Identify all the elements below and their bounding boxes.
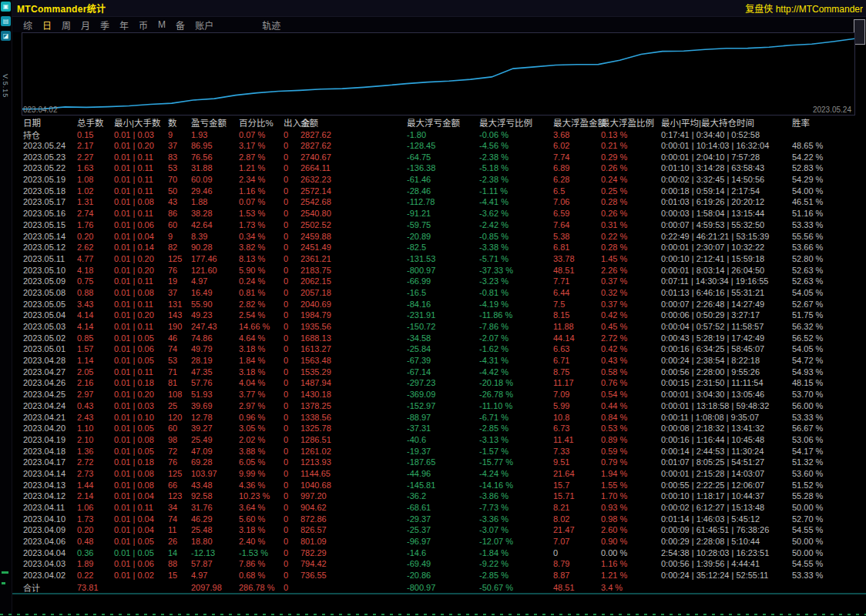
cell-flp: -4.41 %: [479, 197, 553, 206]
menu-item-M[interactable]: M: [158, 19, 166, 30]
cell-date: 2023.04.14: [23, 469, 77, 478]
cell-win: 51.16 %: [792, 209, 866, 218]
cell-flp: -4.31 %: [479, 356, 553, 365]
menu-item-季[interactable]: 季: [100, 18, 109, 32]
table-row[interactable]: 2023.04.192.100.01 | 0.089825.492.02 %01…: [23, 434, 866, 446]
cell-flp: -1.57 %: [479, 447, 553, 456]
cell-n: 37: [168, 141, 191, 150]
menu-item-综[interactable]: 综: [23, 18, 32, 32]
table-row[interactable]: 2023.04.201.100.01 | 0.056039.273.05 %01…: [23, 423, 866, 434]
cell-fp: 8.21: [553, 503, 601, 512]
cell-mm: 0.01 | 0.08: [114, 435, 168, 444]
table-row[interactable]: 2023.04.181.360.01 | 0.057247.093.88 %01…: [23, 445, 866, 457]
cell-bal: 794.42: [300, 559, 407, 568]
table-row[interactable]: 2023.05.221.630.01 | 0.115331.881.21 %02…: [23, 162, 866, 174]
table-row[interactable]: 2023.05.191.080.01 | 0.117060.092.34 %02…: [23, 174, 866, 186]
cell-pnl: 39.69: [191, 401, 239, 410]
table-row[interactable]: 2023.05.090.750.01 | 0.11194.970.24 %020…: [23, 276, 866, 287]
menu-item-月[interactable]: 月: [81, 18, 90, 32]
cell-mm: 0.01 | 0.18: [114, 457, 168, 467]
menu-item-周[interactable]: 周: [62, 18, 71, 32]
table-row[interactable]: 2023.04.281.140.01 | 0.055328.191.84 %01…: [23, 355, 866, 367]
table-row[interactable]: 2023.04.101.730.01 | 0.047446.295.60 %08…: [23, 513, 866, 524]
table-row[interactable]: 2023.05.020.850.01 | 0.054674.864.64 %01…: [23, 332, 866, 343]
table-row[interactable]: 2023.04.272.050.01 | 0.117147.353.18 %01…: [23, 366, 866, 377]
cell-lots: 2.10: [77, 435, 114, 444]
table-row[interactable]: 持仓0.150.01 | 0.0391.930.07 %02827.62-1.8…: [23, 129, 866, 140]
table-row[interactable]: 2023.04.031.890.01 | 0.068857.877.86 %07…: [23, 558, 866, 570]
cell-n: 76: [168, 457, 191, 467]
cell-io: 0: [284, 356, 300, 365]
cell-pnl: 49.23: [191, 310, 239, 320]
window-icon[interactable]: ▣: [1, 2, 11, 12]
menu-item-币[interactable]: 币: [139, 18, 148, 32]
cell-date: 2023.04.02: [23, 571, 77, 580]
cell-lots: 73.81: [77, 583, 114, 592]
table-row[interactable]: 2023.05.114.770.01 | 0.20125177.468.13 %…: [23, 253, 866, 265]
column-header: 出入金: [284, 116, 300, 129]
cell-bal: 1563.48: [300, 356, 407, 365]
cell-t: 0:00:16 | 1:16:44 | 10:45:48: [661, 435, 792, 444]
table-row[interactable]: 2023.04.252.970.01 | 0.2010851.933.77 %0…: [23, 389, 866, 400]
table-row[interactable]: 2023.04.111.060.01 | 0.113431.763.64 %09…: [23, 502, 866, 514]
table-total-row[interactable]: 合计73.812097.98286.78 %0-800.97-50.67 %48…: [23, 581, 866, 593]
menu-item-轨迹[interactable]: 轨迹: [262, 18, 280, 32]
cell-pct: 0.81 %: [239, 288, 284, 297]
cell-flp: -4.56 %: [479, 141, 553, 150]
table-row[interactable]: 2023.04.240.430.01 | 0.032539.692.97 %01…: [23, 400, 866, 412]
menu-bar: 综日周月季年币M备账户轨迹: [12, 17, 866, 32]
table-row[interactable]: 2023.05.011.570.01 | 0.067449.793.18 %01…: [23, 343, 866, 355]
cell-win: 55.28 %: [792, 491, 866, 500]
cell-t: 0:01:10 | 3:14:28 | 63:58:43: [661, 163, 792, 172]
cell-win: 50.00 %: [792, 537, 866, 546]
cell-n: 34: [168, 503, 191, 512]
table-row[interactable]: 2023.05.232.270.01 | 0.118376.562.87 %02…: [23, 151, 866, 162]
cell-flp: -2.85 %: [479, 424, 553, 433]
cell-fp: 8.15: [553, 310, 601, 320]
chart-icon[interactable]: ▤: [1, 16, 11, 26]
menu-item-年[interactable]: 年: [119, 18, 129, 32]
table-row[interactable]: 2023.04.262.160.01 | 0.188157.764.04 %01…: [23, 377, 866, 389]
scrollbar-thumb[interactable]: [854, 19, 865, 45]
table-row[interactable]: 2023.05.104.180.01 | 0.2076121.605.90 %0…: [23, 264, 866, 276]
cell-lots: 1.14: [77, 356, 114, 365]
table-row[interactable]: 2023.04.090.200.01 | 0.041125.483.18 %08…: [23, 524, 866, 536]
table-row[interactable]: 2023.05.053.430.01 | 0.1113155.902.82 %0…: [23, 298, 866, 310]
table-row[interactable]: 2023.05.181.020.01 | 0.115029.461.16 %02…: [23, 185, 866, 196]
table-row[interactable]: 2023.04.060.480.01 | 0.052618.802.40 %08…: [23, 536, 866, 547]
cell-mm: 0.01 | 0.04: [114, 491, 168, 500]
brand-url[interactable]: 复盘侠 http://MTCommander: [745, 2, 863, 15]
table-row[interactable]: 2023.05.151.760.01 | 0.066042.641.73 %02…: [23, 219, 866, 231]
table-row[interactable]: 2023.05.171.310.01 | 0.08431.880.07 %025…: [23, 196, 866, 208]
cell-pnl: 1.88: [191, 197, 239, 206]
table-row[interactable]: 2023.05.034.140.01 | 0.11190247.4314.66 …: [23, 321, 866, 333]
cell-t: 0:00:01 | 3:04:30 | 13:05:46: [661, 390, 792, 399]
table-row[interactable]: 2023.04.172.720.01 | 0.187669.286.05 %01…: [23, 457, 866, 468]
cell-bal: 801.09: [300, 537, 407, 546]
menu-item-日[interactable]: 日: [42, 18, 52, 32]
table-row[interactable]: 2023.05.122.620.01 | 0.148290.283.82 %02…: [23, 242, 866, 253]
cell-fpp: 1.21 %: [601, 571, 661, 580]
table-row[interactable]: 2023.04.131.440.01 | 0.086643.484.36 %01…: [23, 479, 866, 490]
table-row[interactable]: 2023.05.080.880.01 | 0.083716.490.81 %02…: [23, 287, 866, 299]
cell-fp: 7.5: [553, 300, 601, 309]
table-row[interactable]: 2023.05.242.170.01 | 0.203786.953.17 %02…: [23, 140, 866, 152]
table-row[interactable]: 2023.04.212.430.01 | 0.1012012.780.96 %0…: [23, 411, 866, 423]
table-row[interactable]: 2023.04.142.730.01 | 0.08125103.979.99 %…: [23, 468, 866, 480]
cell-pnl: 28.19: [191, 356, 239, 365]
menu-item-账户[interactable]: 账户: [195, 18, 213, 32]
cell-pct: 5.90 %: [239, 266, 284, 275]
table-row[interactable]: 2023.05.140.200.01 | 0.0498.390.34 %0245…: [23, 230, 866, 242]
layers-icon[interactable]: ◪: [1, 31, 11, 41]
table-row[interactable]: 2023.04.122.140.01 | 0.0412392.5810.23 %…: [23, 490, 866, 502]
table-row[interactable]: 2023.04.020.220.01 | 0.02154.970.68 %073…: [23, 570, 866, 581]
cell-n: 83: [168, 152, 191, 162]
table-row[interactable]: 2023.05.044.140.01 | 0.2014349.232.54 %0…: [23, 310, 866, 321]
cell-io: 0: [284, 152, 300, 162]
menu-item-备[interactable]: 备: [176, 18, 185, 32]
table-row[interactable]: 2023.04.040.360.01 | 0.0514-12.13-1.53 %…: [23, 547, 866, 558]
cell-date: 2023.05.09: [23, 276, 77, 286]
table-row[interactable]: 2023.05.162.740.01 | 0.118638.281.53 %02…: [23, 208, 866, 219]
cell-fl: -44.96: [407, 469, 479, 478]
cell-flp: -3.62 %: [479, 209, 553, 218]
